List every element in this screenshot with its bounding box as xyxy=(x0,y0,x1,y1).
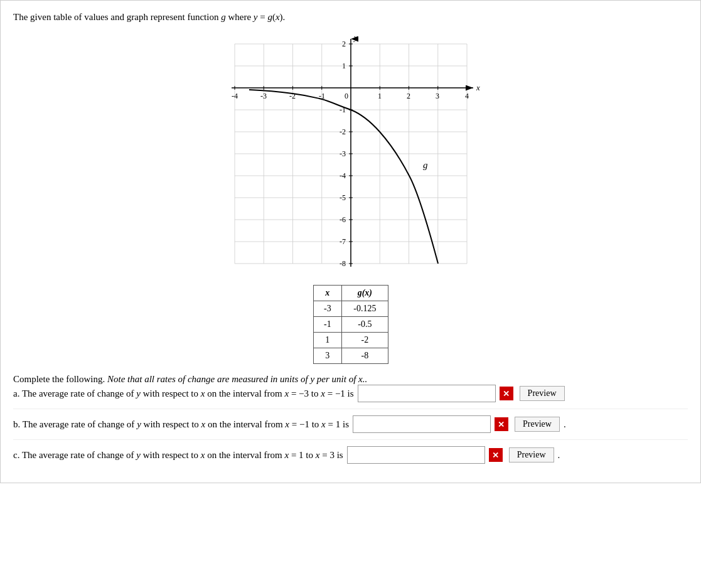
questions-section: Complete the following. Note that all ra… xyxy=(13,374,688,470)
svg-text:2: 2 xyxy=(407,92,410,100)
table-row: -3 -0.125 xyxy=(313,301,388,317)
table-cell-x: 3 xyxy=(313,348,342,364)
table-cell-x: -1 xyxy=(313,317,342,333)
table-cell-gx: -0.5 xyxy=(342,317,388,333)
instructions-text: Complete the following. Note that all ra… xyxy=(13,374,688,385)
svg-text:-3: -3 xyxy=(340,149,346,158)
table-cell-gx: -0.125 xyxy=(342,301,388,317)
preview-c-button[interactable]: Preview xyxy=(509,447,554,462)
preview-b-button[interactable]: Preview xyxy=(515,417,560,432)
table-cell-x: -3 xyxy=(313,301,342,317)
question-a-row: a. The average rate of change of y with … xyxy=(13,385,688,409)
answer-b-input[interactable] xyxy=(353,415,491,433)
table-cell-x: 1 xyxy=(313,333,342,348)
dot-b: . xyxy=(564,419,566,430)
dot-c: . xyxy=(558,450,560,461)
answer-a-input[interactable] xyxy=(358,385,496,402)
question-c-label: c. The average rate of change of y with … xyxy=(13,450,343,461)
main-container: The given table of values and graph repr… xyxy=(0,0,701,483)
svg-text:-8: -8 xyxy=(340,259,346,268)
preview-a-button[interactable]: Preview xyxy=(520,386,565,401)
function-label: g xyxy=(423,160,428,170)
note-text: Note that all rates of change are measur… xyxy=(107,374,367,384)
svg-text:y: y xyxy=(353,33,358,42)
svg-text:-4: -4 xyxy=(232,92,238,100)
question-c-row: c. The average rate of change of y with … xyxy=(13,446,688,470)
table-cell-gx: -8 xyxy=(342,348,388,364)
col-header-gx: g(x) xyxy=(342,286,388,301)
svg-text:4: 4 xyxy=(465,92,469,100)
question-b-label: b. The average rate of change of y with … xyxy=(13,419,349,430)
svg-text:1: 1 xyxy=(378,92,382,100)
graph-area: -4 -3 -2 -1 0 1 2 3 xyxy=(216,31,486,276)
question-b-row: b. The average rate of change of y with … xyxy=(13,415,688,440)
graph-table-section: -4 -3 -2 -1 0 1 2 3 xyxy=(13,31,688,364)
table-cell-gx: -2 xyxy=(342,333,388,348)
svg-text:-3: -3 xyxy=(260,92,267,100)
clear-b-button[interactable]: ✕ xyxy=(495,417,508,431)
table-row: 1 -2 xyxy=(313,333,388,348)
answer-c-input[interactable] xyxy=(347,446,485,464)
svg-text:3: 3 xyxy=(436,92,439,100)
table-container: x g(x) -3 -0.125 -1 -0.5 1 -2 xyxy=(313,285,388,364)
svg-text:x: x xyxy=(476,83,480,92)
svg-text:-5: -5 xyxy=(340,193,346,202)
svg-text:-2: -2 xyxy=(340,127,346,136)
clear-a-button[interactable]: ✕ xyxy=(500,387,513,400)
question-a-label: a. The average rate of change of y with … xyxy=(13,388,354,399)
svg-text:0: 0 xyxy=(345,92,348,100)
svg-text:-7: -7 xyxy=(340,237,346,246)
clear-c-button[interactable]: ✕ xyxy=(489,448,503,462)
svg-text:-6: -6 xyxy=(340,215,346,224)
graph-svg: -4 -3 -2 -1 0 1 2 3 xyxy=(216,31,486,276)
svg-text:-4: -4 xyxy=(340,171,346,180)
problem-title: The given table of values and graph repr… xyxy=(13,12,688,23)
table-row: 3 -8 xyxy=(313,348,388,364)
svg-text:2: 2 xyxy=(342,40,346,48)
col-header-x: x xyxy=(313,286,342,301)
values-table: x g(x) -3 -0.125 -1 -0.5 1 -2 xyxy=(313,285,388,364)
svg-text:1: 1 xyxy=(342,61,346,70)
table-row: -1 -0.5 xyxy=(313,317,388,333)
